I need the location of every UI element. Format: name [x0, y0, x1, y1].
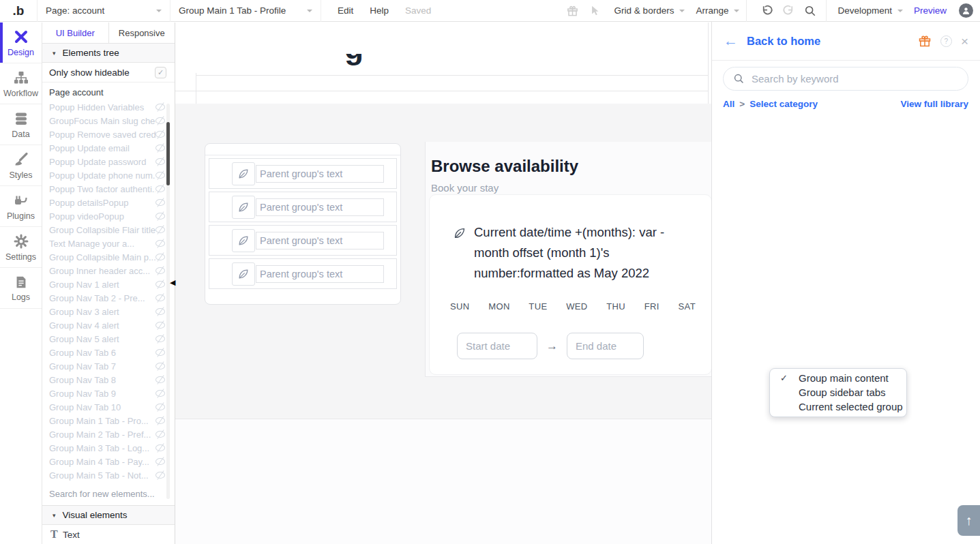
tree-item[interactable]: Group Inner header acc... — [42, 264, 175, 277]
hidden-eye-icon[interactable] — [155, 349, 165, 356]
tree-item[interactable]: Popup Update password — [42, 155, 175, 168]
tree-item[interactable]: Group Main 5 Tab - Not... — [42, 468, 175, 482]
canvas-main-group[interactable]: Browse availability Book your stay Curre… — [425, 142, 711, 377]
hidden-eye-icon[interactable] — [155, 226, 165, 233]
tree-item[interactable]: Popup Remove saved credi... — [42, 127, 175, 141]
tree-item[interactable]: Group Nav Tab 2 - Pre... — [42, 291, 175, 305]
tab-ui-builder[interactable]: UI Builder — [42, 22, 109, 43]
hidden-eye-icon[interactable] — [155, 131, 165, 138]
elements-tree-header[interactable]: ▾ Elements tree — [42, 44, 175, 63]
nav-styles[interactable]: Styles — [0, 145, 42, 186]
dynamic-text-placeholder[interactable]: Parent group's text — [256, 165, 384, 183]
close-icon[interactable]: × — [961, 35, 968, 48]
hidden-eye-icon[interactable] — [155, 281, 165, 288]
calendar-card[interactable]: Current date/time +(months): var - month… — [429, 194, 711, 375]
arrange-menu[interactable]: Arrange — [696, 5, 739, 16]
visual-elements-header[interactable]: ▾ Visual elements — [42, 506, 175, 525]
repeating-group-row[interactable]: Parent group's text — [209, 192, 397, 222]
dropdown-menu-item[interactable]: ✓ Group main content — [770, 371, 906, 385]
gift-icon[interactable] — [564, 2, 582, 20]
tree-item[interactable]: Group Nav 4 alert — [42, 318, 175, 332]
hidden-eye-icon[interactable] — [155, 404, 165, 410]
hidden-eye-icon[interactable] — [155, 199, 165, 206]
dynamic-text-placeholder[interactable]: Parent group's text — [256, 265, 384, 283]
nav-plugins[interactable]: Plugins — [0, 186, 42, 227]
avatar[interactable] — [959, 3, 973, 18]
hidden-eye-icon[interactable] — [155, 254, 165, 260]
hidden-eye-icon[interactable] — [155, 335, 165, 342]
only-show-hideable-checkbox[interactable]: ✓ — [155, 67, 166, 78]
new-elements-search[interactable] — [42, 482, 175, 506]
new-elements-search-input[interactable] — [49, 489, 168, 499]
tab-responsive[interactable]: Responsive — [109, 22, 175, 43]
tree-item[interactable]: GroupFocus Main slug check — [42, 114, 175, 127]
cursor-icon[interactable] — [586, 2, 604, 20]
hidden-eye-icon[interactable] — [155, 104, 165, 110]
help-menu[interactable]: Help — [370, 5, 389, 16]
preview-button[interactable]: Preview — [914, 5, 947, 16]
scrollbar-thumb[interactable] — [166, 122, 170, 185]
tree-item[interactable]: Popup detailsPopup — [42, 196, 175, 209]
visual-element-text[interactable]: T Text — [42, 525, 175, 544]
breadcrumb-category[interactable]: Select category — [749, 99, 818, 109]
library-search-input[interactable] — [752, 73, 958, 85]
grid-borders-menu[interactable]: Grid & borders — [614, 5, 685, 16]
dropdown-menu-item[interactable]: Current selected group — [770, 399, 906, 414]
tree-item[interactable]: Group Nav Tab 6 — [42, 346, 175, 359]
hidden-eye-icon[interactable] — [155, 158, 165, 165]
redo-icon[interactable] — [779, 2, 797, 20]
tree-item[interactable]: Group Collapsible Flair title — [42, 223, 175, 237]
hidden-eye-icon[interactable] — [155, 322, 165, 329]
sidebar-top-strip[interactable] — [205, 144, 400, 155]
repeating-group-row[interactable]: Parent group's text — [209, 158, 397, 189]
nav-logs[interactable]: Logs — [0, 268, 42, 309]
tree-item[interactable]: Popup Hidden Variables — [42, 100, 175, 114]
month-expression[interactable]: Current date/time +(months): var - month… — [452, 222, 711, 284]
bubble-logo[interactable]: .b — [0, 3, 37, 18]
dynamic-text-placeholder[interactable]: Parent group's text — [256, 198, 384, 216]
tree-item[interactable]: Group Main 4 Tab - Pay... — [42, 455, 175, 468]
tree-item[interactable]: Group Nav 1 alert — [42, 277, 175, 291]
hidden-eye-icon[interactable] — [155, 444, 165, 451]
tree-item[interactable]: Popup Update phone num... — [42, 168, 175, 182]
start-date-input[interactable] — [457, 333, 537, 359]
tree-item[interactable]: Group Main 1 Tab - Pro... — [42, 414, 175, 427]
help-icon[interactable]: ? — [940, 35, 952, 47]
quill-icon[interactable] — [232, 229, 255, 252]
hidden-eye-icon[interactable] — [155, 240, 165, 247]
quill-icon[interactable] — [232, 196, 255, 219]
canvas-lower-section[interactable] — [175, 419, 711, 544]
library-search[interactable] — [723, 67, 968, 91]
page-section-subtitle[interactable]: Book your stay — [431, 182, 711, 194]
dynamic-text-placeholder[interactable]: Parent group's text — [256, 232, 384, 250]
hidden-eye-icon[interactable] — [155, 308, 165, 315]
view-full-library-link[interactable]: View full library — [900, 99, 968, 109]
tree-item[interactable]: Popup videoPopup — [42, 209, 175, 223]
canvas-sidebar-group[interactable]: Parent group's text Parent group's text — [205, 143, 401, 305]
hidden-eye-icon[interactable] — [155, 363, 165, 369]
search-icon[interactable] — [801, 2, 819, 20]
tree-item[interactable]: Popup Update email — [42, 141, 175, 155]
element-selector[interactable]: Group Main 1 Tab - Profile — [170, 0, 321, 22]
tree-item[interactable]: Group Nav 5 alert — [42, 332, 175, 346]
tree-item[interactable]: Group Nav Tab 9 — [42, 387, 175, 400]
hidden-eye-icon[interactable] — [155, 213, 165, 220]
tree-item[interactable]: Group Nav Tab 8 — [42, 373, 175, 387]
page-selector[interactable]: Page: account — [37, 0, 170, 22]
hidden-eye-icon[interactable] — [155, 185, 165, 192]
tree-item[interactable]: Group Main 3 Tab - Log... — [42, 441, 175, 455]
tree-item[interactable]: Group Main 2 Tab - Pref... — [42, 427, 175, 441]
hidden-eye-icon[interactable] — [155, 172, 165, 179]
nav-settings[interactable]: Settings — [0, 227, 42, 268]
page-section-title[interactable]: Browse availability — [431, 157, 711, 176]
tree-item-page-root[interactable]: Page account — [42, 85, 175, 100]
edit-menu[interactable]: Edit — [338, 5, 353, 16]
hidden-eye-icon[interactable] — [155, 376, 165, 383]
tree-item[interactable]: Group Nav 3 alert — [42, 305, 175, 318]
hidden-eye-icon[interactable] — [155, 145, 165, 151]
end-date-input[interactable] — [567, 333, 644, 359]
tree-item[interactable]: Group Nav Tab 10 — [42, 400, 175, 414]
nav-data[interactable]: Data — [0, 104, 42, 145]
canvas-gray-section[interactable]: Parent group's text Parent group's text — [175, 104, 711, 419]
panel-collapse-handle[interactable]: ◀ — [170, 278, 175, 287]
